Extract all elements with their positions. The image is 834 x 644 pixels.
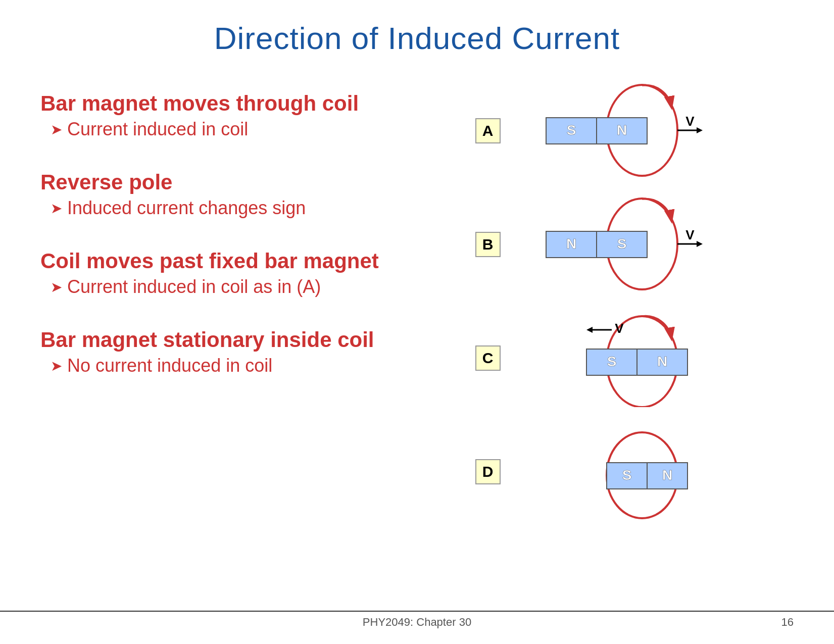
svg-marker-15 (697, 241, 703, 247)
section-B-bullet: Induced current changes sign (51, 197, 384, 219)
diagram-row-A: A S N V (475, 81, 703, 180)
right-panel: A S N V (384, 81, 794, 604)
label-A: A (475, 118, 501, 143)
svg-marker-7 (697, 127, 703, 133)
section-D: Bar magnet stationary inside coil No cur… (40, 328, 384, 376)
section-A: Bar magnet moves through coil Current in… (40, 91, 384, 140)
diagram-C: S N V (511, 309, 703, 407)
section-A-bullet: Current induced in coil (51, 119, 384, 140)
svg-text:S: S (622, 467, 631, 483)
label-D: D (475, 459, 501, 484)
left-panel: Bar magnet moves through coil Current in… (40, 81, 384, 604)
footer-course: PHY2049: Chapter 30 (363, 616, 471, 629)
section-B-title: Reverse pole (40, 170, 384, 194)
slide-title: Direction of Induced Current (40, 20, 794, 56)
section-C-title: Coil moves past fixed bar magnet (40, 249, 384, 273)
diagram-A: S N V (511, 81, 703, 180)
diagram-row-B: B N S V (475, 195, 703, 293)
svg-text:V: V (615, 321, 624, 336)
section-D-title: Bar magnet stationary inside coil (40, 328, 384, 352)
svg-text:S: S (566, 122, 576, 138)
section-B: Reverse pole Induced current changes sig… (40, 170, 384, 219)
section-C: Coil moves past fixed bar magnet Current… (40, 249, 384, 298)
diagram-D: S N (511, 422, 703, 521)
svg-text:V: V (685, 227, 695, 242)
section-D-bullet: No current induced in coil (51, 355, 384, 376)
label-B: B (475, 232, 501, 257)
content-wrapper: Bar magnet moves through coil Current in… (40, 81, 794, 604)
svg-marker-23 (586, 327, 593, 333)
svg-text:N: N (616, 122, 626, 138)
svg-text:V: V (685, 114, 695, 129)
svg-text:N: N (662, 467, 672, 483)
diagram-B: N S V (511, 195, 703, 293)
footer: PHY2049: Chapter 30 (0, 611, 834, 629)
slide: Direction of Induced Current Bar magnet … (0, 0, 834, 644)
page-number: 16 (781, 616, 794, 629)
svg-text:S: S (617, 236, 626, 252)
svg-text:N: N (566, 236, 576, 252)
svg-text:N: N (657, 354, 667, 369)
diagram-row-D: D S N (475, 422, 703, 521)
label-C: C (475, 345, 501, 371)
section-C-bullet: Current induced in coil as in (A) (51, 276, 384, 298)
section-A-title: Bar magnet moves through coil (40, 91, 384, 116)
diagram-row-C: C S N V (475, 309, 703, 407)
svg-text:S: S (607, 354, 616, 369)
